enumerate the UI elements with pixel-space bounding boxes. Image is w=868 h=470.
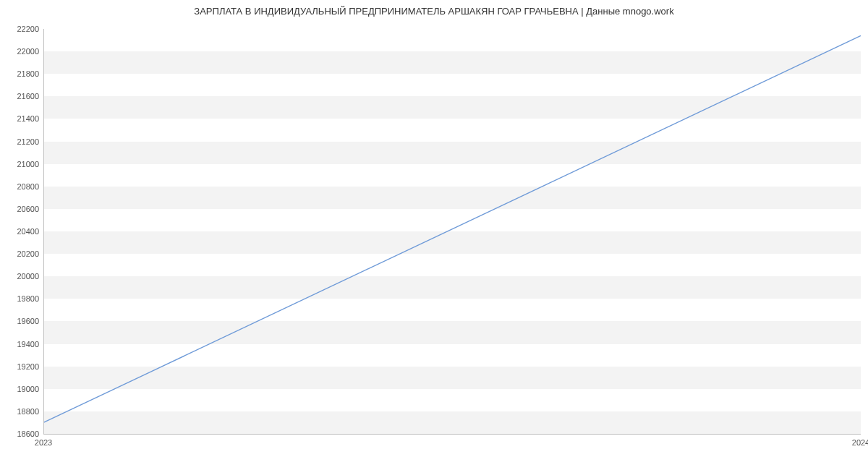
line-chart: ЗАРПЛАТА В ИНДИВИДУАЛЬНЫЙ ПРЕДПРИНИМАТЕЛ… [0, 0, 868, 470]
chart-title: ЗАРПЛАТА В ИНДИВИДУАЛЬНЫЙ ПРЕДПРИНИМАТЕЛ… [0, 6, 868, 17]
y-tick-label: 19800 [6, 294, 39, 303]
y-tick-label: 18600 [6, 430, 39, 438]
y-tick-label: 18800 [6, 407, 39, 416]
y-tick-label: 22200 [6, 25, 39, 33]
y-tick-label: 21400 [6, 114, 39, 123]
y-axis-line [43, 29, 44, 434]
y-tick-label: 20800 [6, 182, 39, 191]
y-tick-label: 19200 [6, 362, 39, 371]
y-tick-label: 21800 [6, 69, 39, 78]
y-tick-label: 20600 [6, 205, 39, 213]
y-tick-label: 22000 [6, 47, 39, 56]
y-tick-label: 19000 [6, 385, 39, 393]
y-tick-label: 20200 [6, 249, 39, 258]
y-tick-label: 20400 [6, 227, 39, 236]
y-tick-label: 21200 [6, 137, 39, 146]
chart-line-layer [43, 29, 861, 434]
y-tick-label: 21000 [6, 160, 39, 168]
y-tick-label: 19400 [6, 340, 39, 349]
x-tick-label: 2024 [852, 438, 868, 447]
x-axis-line [43, 434, 861, 435]
plot-area [43, 29, 861, 434]
y-tick-label: 19600 [6, 317, 39, 325]
y-tick-label: 20000 [6, 272, 39, 281]
data-series-line [43, 35, 861, 422]
y-tick-label: 21600 [6, 92, 39, 101]
x-tick-label: 2023 [35, 438, 52, 447]
